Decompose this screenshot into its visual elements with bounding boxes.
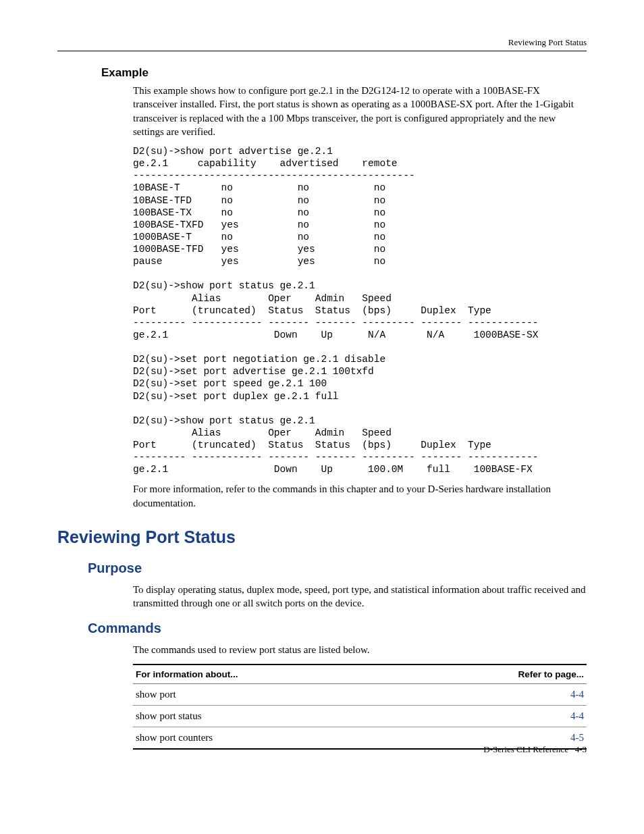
purpose-text: To display operating status, duplex mode… — [133, 583, 587, 610]
footer-page-number: 4-3 — [575, 744, 587, 754]
page-link[interactable]: 4-4 — [406, 705, 587, 727]
table-header-info: For information about... — [133, 664, 406, 684]
cmd-cell: show port counters — [133, 727, 406, 749]
cmd-cell: show port — [133, 683, 406, 705]
table-row: show port status 4-4 — [133, 705, 587, 727]
table-row: show port 4-4 — [133, 683, 587, 705]
commands-intro: The commands used to review port status … — [133, 643, 587, 656]
section-title: Reviewing Port Status — [57, 527, 587, 547]
example-followup: For more information, refer to the comma… — [133, 482, 587, 510]
page-footer: D-Series CLI Reference 4-3 — [483, 744, 587, 755]
heading-purpose: Purpose — [88, 561, 587, 576]
heading-commands: Commands — [88, 621, 587, 636]
commands-table: For information about... Refer to page..… — [133, 664, 587, 750]
example-paragraph: This example shows how to configure port… — [133, 84, 587, 138]
running-header: Reviewing Port Status — [57, 37, 587, 51]
code-block: D2(su)->show port advertise ge.2.1 ge.2.… — [133, 145, 587, 475]
table-header-page: Refer to page... — [406, 664, 587, 684]
page-link[interactable]: 4-4 — [406, 683, 587, 705]
footer-doc-title: D-Series CLI Reference — [483, 744, 568, 754]
cmd-cell: show port status — [133, 705, 406, 727]
heading-example: Example — [101, 66, 587, 80]
